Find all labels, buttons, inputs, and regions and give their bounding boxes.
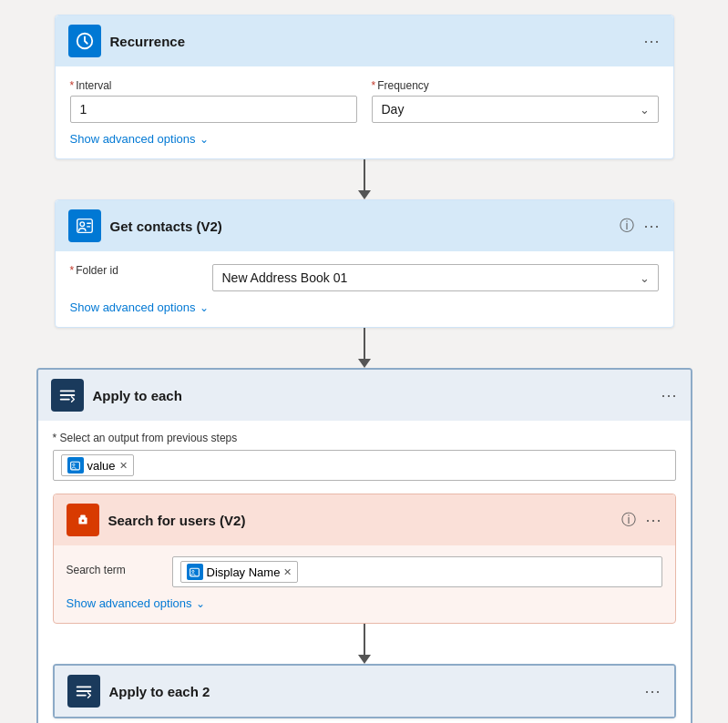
apply-each-2-header: Apply to each 2 ··· bbox=[55, 666, 674, 717]
apply-each-header-actions: ··· bbox=[661, 386, 677, 405]
search-users-header-actions: ⓘ ··· bbox=[621, 511, 661, 530]
arrow-head-3 bbox=[358, 655, 371, 664]
display-name-tag: Display Name ✕ bbox=[180, 561, 299, 583]
value-tag: value ✕ bbox=[61, 454, 134, 476]
search-users-title: Search for users (V2) bbox=[108, 513, 613, 528]
search-users-body: Search term bbox=[54, 545, 675, 623]
search-term-label-wrap: Search term bbox=[67, 556, 158, 587]
search-term-input[interactable]: Display Name ✕ bbox=[172, 556, 662, 587]
recurrence-advanced-chevron-icon: ⌄ bbox=[200, 133, 209, 146]
frequency-label: *Frequency bbox=[372, 79, 659, 92]
apply-each-2-title: Apply to each 2 bbox=[109, 684, 636, 699]
recurrence-card: Recurrence ··· *Interval *Frequency bbox=[55, 15, 674, 159]
svg-point-10 bbox=[81, 520, 84, 523]
arrow-head-2 bbox=[358, 359, 371, 368]
folder-group: *Folder id bbox=[70, 264, 198, 291]
search-users-show-advanced-label: Show advanced options bbox=[67, 596, 192, 610]
svg-point-2 bbox=[79, 222, 84, 227]
apply-each-more-button[interactable]: ··· bbox=[661, 386, 677, 405]
interval-label: *Interval bbox=[70, 79, 357, 92]
get-contacts-advanced-chevron-icon: ⌄ bbox=[200, 301, 209, 314]
recurrence-fields: *Interval *Frequency Day Minute Hour Wee… bbox=[70, 79, 659, 123]
get-contacts-body: *Folder id New Address Book 01 ⌄ Show ad… bbox=[56, 251, 673, 327]
recurrence-more-button[interactable]: ··· bbox=[643, 32, 660, 51]
search-users-help-icon[interactable]: ⓘ bbox=[621, 511, 636, 530]
value-tag-icon bbox=[67, 457, 84, 474]
arrow-connector-1 bbox=[358, 159, 371, 199]
value-tag-close[interactable]: ✕ bbox=[119, 460, 128, 472]
arrow-head-1 bbox=[358, 190, 371, 199]
recurrence-header-actions: ··· bbox=[643, 32, 660, 51]
display-name-tag-close[interactable]: ✕ bbox=[283, 566, 292, 578]
recurrence-show-advanced-label: Show advanced options bbox=[70, 132, 196, 146]
search-users-show-advanced[interactable]: Show advanced options ⌄ bbox=[67, 596, 662, 610]
search-users-header: Search for users (V2) ⓘ ··· bbox=[54, 494, 675, 545]
clock-icon bbox=[68, 25, 101, 57]
search-users-more-button[interactable]: ··· bbox=[645, 511, 661, 530]
display-name-tag-icon bbox=[187, 564, 203, 580]
recurrence-title: Recurrence bbox=[110, 34, 635, 49]
arrow-line-3 bbox=[364, 624, 365, 655]
get-contacts-header: Get contacts (V2) ⓘ ··· bbox=[56, 200, 673, 251]
apply-each-2-header-actions: ··· bbox=[644, 682, 661, 701]
arrow-line-2 bbox=[364, 328, 365, 359]
search-term-label: Search term bbox=[67, 564, 126, 576]
get-contacts-header-actions: ⓘ ··· bbox=[620, 217, 660, 236]
search-users-card: Search for users (V2) ⓘ ··· Search term bbox=[53, 494, 676, 624]
search-users-icon bbox=[67, 504, 99, 536]
folder-field-row: *Folder id New Address Book 01 ⌄ bbox=[70, 264, 659, 291]
get-contacts-card: Get contacts (V2) ⓘ ··· *Folder id New A… bbox=[55, 199, 674, 328]
folder-select[interactable]: New Address Book 01 bbox=[212, 264, 659, 291]
arrow-line-1 bbox=[364, 159, 365, 190]
output-tag-input[interactable]: value ✕ bbox=[53, 450, 676, 481]
svg-point-6 bbox=[73, 463, 75, 465]
recurrence-show-advanced[interactable]: Show advanced options ⌄ bbox=[70, 132, 659, 146]
apply-icon-2 bbox=[67, 675, 100, 708]
value-tag-label: value bbox=[87, 459, 116, 473]
frequency-select-wrap: Day Minute Hour Week Month ⌄ bbox=[372, 96, 659, 123]
interval-group: *Interval bbox=[70, 79, 357, 123]
get-contacts-title: Get contacts (V2) bbox=[110, 219, 611, 234]
apply-each-title: Apply to each bbox=[93, 388, 652, 403]
frequency-required: * bbox=[372, 79, 376, 92]
contacts-icon bbox=[68, 209, 101, 242]
get-contacts-help-icon[interactable]: ⓘ bbox=[620, 217, 634, 236]
get-contacts-more-button[interactable]: ··· bbox=[643, 217, 660, 236]
apply-each-2-more-button[interactable]: ··· bbox=[644, 682, 661, 701]
apply-each-card: Apply to each ··· * Select an output fro… bbox=[36, 368, 692, 723]
apply-icon bbox=[51, 379, 84, 412]
display-name-tag-label: Display Name bbox=[207, 565, 281, 579]
svg-point-12 bbox=[192, 570, 194, 572]
search-term-row: Search term bbox=[67, 556, 662, 587]
frequency-group: *Frequency Day Minute Hour Week Month ⌄ bbox=[372, 79, 659, 123]
search-users-advanced-chevron-icon: ⌄ bbox=[196, 597, 205, 610]
arrow-connector-3 bbox=[53, 624, 676, 664]
recurrence-body: *Interval *Frequency Day Minute Hour Wee… bbox=[56, 66, 673, 158]
get-contacts-show-advanced-label: Show advanced options bbox=[70, 300, 196, 314]
apply-each-body: * Select an output from previous steps v… bbox=[38, 421, 691, 723]
interval-required: * bbox=[70, 79, 75, 92]
svg-rect-9 bbox=[80, 515, 86, 519]
output-label: * Select an output from previous steps bbox=[53, 432, 676, 444]
arrow-connector-2 bbox=[358, 328, 371, 368]
apply-each-2-card: Apply to each 2 ··· bbox=[53, 664, 676, 718]
recurrence-header: Recurrence ··· bbox=[56, 15, 673, 66]
frequency-select[interactable]: Day Minute Hour Week Month bbox=[372, 96, 659, 123]
folder-required: * bbox=[70, 264, 75, 277]
interval-input[interactable] bbox=[70, 96, 357, 123]
folder-label: *Folder id bbox=[70, 264, 198, 277]
folder-select-wrap: New Address Book 01 ⌄ bbox=[212, 264, 659, 291]
apply-each-header: Apply to each ··· bbox=[38, 370, 691, 421]
get-contacts-show-advanced[interactable]: Show advanced options ⌄ bbox=[70, 300, 659, 314]
